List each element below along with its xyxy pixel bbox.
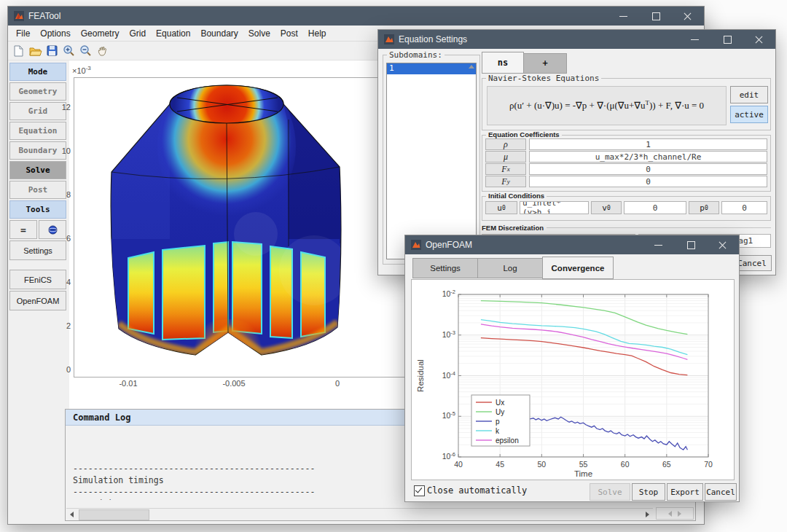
new-file-icon[interactable]: [12, 44, 26, 58]
maximize-icon[interactable]: [711, 30, 743, 49]
y-tick-label: 8: [52, 190, 71, 199]
coefficient-symbol: Fy: [485, 176, 526, 187]
equation-dialog-title-bar[interactable]: Equation Settings: [378, 30, 775, 49]
export-button[interactable]: Export: [667, 483, 703, 501]
svg-text:Time: Time: [574, 469, 592, 478]
coefficient-value-field[interactable]: 0: [529, 176, 767, 187]
active-button[interactable]: active: [730, 106, 768, 123]
subdomains-listbox[interactable]: 1: [386, 63, 477, 259]
minimize-icon[interactable]: [679, 30, 711, 49]
sidebar-item[interactable]: Settings: [9, 240, 66, 260]
coefficient-value-field[interactable]: u_max*2/3*h_channel/Re: [529, 151, 767, 163]
svg-text:45: 45: [496, 460, 504, 469]
svg-text:Residual: Residual: [416, 359, 425, 392]
sidebar-item[interactable]: Mode: [9, 63, 66, 81]
y-tick-label: 12: [52, 103, 71, 112]
zoom-out-icon[interactable]: [79, 44, 93, 58]
featool-logo-icon: [411, 240, 421, 250]
sidebar-item[interactable]: Solve: [9, 161, 66, 179]
main-title-bar[interactable]: FEATool: [8, 7, 704, 26]
pan-hand-icon[interactable]: [95, 44, 109, 58]
close-automatically-checkbox[interactable]: [414, 485, 425, 496]
v0-field[interactable]: 0: [624, 201, 686, 214]
subdomains-label: Subdomains:: [387, 50, 445, 60]
y-tick-label: 6: [52, 234, 71, 243]
close-icon[interactable]: [707, 235, 739, 254]
p0-label: p0: [689, 201, 719, 214]
coefficient-row: Fx 0: [485, 163, 767, 175]
coefficient-rows: ρ 1 μ u_max*2/3*h_channel/Re Fx 0 F: [485, 138, 767, 188]
svg-text:p: p: [496, 418, 500, 426]
menu-item[interactable]: Help: [303, 28, 332, 39]
page-right-icon[interactable]: [678, 511, 681, 517]
svg-text:Uy: Uy: [496, 408, 504, 416]
minimize-icon[interactable]: [643, 235, 675, 254]
svg-text:60: 60: [621, 460, 630, 469]
coefficient-symbol: μ: [485, 151, 526, 163]
menu-item[interactable]: Equation: [151, 28, 195, 39]
y-tick-label: 4: [52, 278, 71, 286]
solve-button: Solve: [590, 483, 630, 501]
sidebar-item[interactable]: Equation: [9, 122, 66, 140]
x-tick-label: 0: [314, 379, 361, 388]
close-icon[interactable]: [743, 30, 775, 49]
tab-ns[interactable]: ns: [482, 52, 524, 74]
close-icon[interactable]: [672, 7, 704, 26]
navier-stokes-group: Navier-Stokes Equations ρ(u′ + (u·∇)u) =…: [482, 78, 771, 130]
openfoam-dialog: OpenFOAM Settings Log Convergence 404550…: [404, 235, 740, 502]
menu-item[interactable]: Post: [275, 28, 303, 39]
coefficient-symbol: ρ: [485, 138, 526, 150]
sidebar-item[interactable]: Geometry: [9, 82, 66, 101]
y-tick-label: 10: [52, 146, 71, 155]
menu-item[interactable]: Grid: [124, 28, 151, 39]
page-left-icon[interactable]: [668, 511, 672, 517]
open-folder-icon[interactable]: [28, 44, 42, 58]
zoom-in-icon[interactable]: [62, 44, 76, 58]
coefficient-value-field[interactable]: 1: [529, 138, 767, 150]
tab-settings[interactable]: Settings: [412, 258, 478, 278]
stop-button[interactable]: Stop: [632, 483, 665, 501]
sidebar-item[interactable]: OpenFOAM: [9, 291, 66, 310]
coefficient-value-field[interactable]: 0: [529, 163, 767, 175]
svg-text:Ux: Ux: [496, 399, 504, 407]
save-icon[interactable]: [45, 44, 59, 58]
scroll-left-icon[interactable]: [66, 509, 77, 520]
openfoam-title-bar[interactable]: OpenFOAM: [405, 235, 739, 254]
svg-text:70: 70: [704, 460, 713, 469]
svg-text:10-5: 10-5: [442, 410, 455, 420]
fem-discretization-label: FEM Discretization: [482, 224, 544, 232]
menu-item[interactable]: File: [11, 28, 35, 39]
menu-item[interactable]: Boundary: [195, 28, 243, 39]
x-tick-label: -0.005: [211, 379, 257, 388]
menu-item[interactable]: Geometry: [76, 28, 125, 39]
scrollbar-thumb[interactable]: [79, 509, 149, 520]
convergence-plot-panel[interactable]: 4045505560657010-610-510-410-310-2TimeRe…: [411, 279, 735, 480]
horizontal-scrollbar[interactable]: [66, 508, 653, 520]
y-axis-exponent-label: ×10-3: [72, 65, 91, 75]
tab-convergence[interactable]: Convergence: [542, 257, 614, 279]
edit-button[interactable]: edit: [730, 86, 768, 103]
tab-add-equation[interactable]: +: [523, 53, 567, 74]
svg-text:10-3: 10-3: [442, 329, 455, 339]
scroll-up-icon[interactable]: [469, 65, 474, 69]
sidebar-item[interactable]: Tools: [9, 200, 66, 219]
scroll-right-icon[interactable]: [642, 509, 653, 520]
svg-text:10-4: 10-4: [442, 370, 455, 380]
maximize-icon[interactable]: [675, 235, 707, 254]
3d-model-visualization: [74, 77, 405, 376]
openfoam-dialog-title: OpenFOAM: [426, 240, 472, 250]
desktop: FEATool FileOptionsGeometryGridEquationB…: [0, 0, 787, 532]
u0-field[interactable]: u_inlet*(y>h_i: [520, 201, 589, 214]
tab-log[interactable]: Log: [477, 258, 543, 278]
subdomain-item[interactable]: 1: [387, 63, 476, 74]
maximize-icon[interactable]: [640, 7, 672, 26]
p0-field[interactable]: 0: [721, 201, 767, 214]
cancel-button[interactable]: Cancel: [705, 483, 737, 501]
initial-conditions-group: Initial Conditions u0 u_inlet*(y>h_i v0 …: [482, 196, 771, 221]
subdomains-group: Subdomains: 1: [383, 55, 480, 265]
menu-item[interactable]: Solve: [243, 28, 275, 39]
pager-arrows[interactable]: [656, 507, 694, 520]
equation-tool-button[interactable]: =: [9, 220, 37, 239]
minimize-icon[interactable]: [608, 7, 640, 26]
menu-item[interactable]: Options: [35, 28, 75, 39]
